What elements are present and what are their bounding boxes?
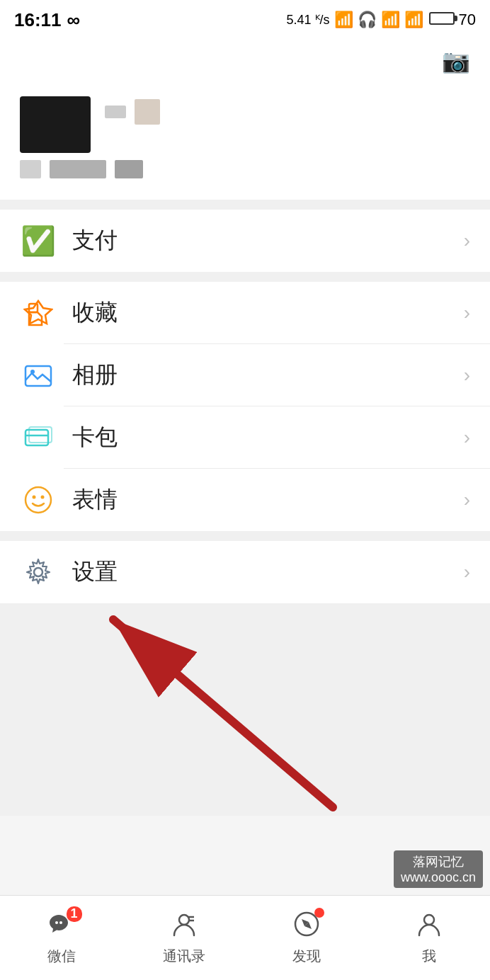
divider-1 (0, 200, 490, 210)
profile-avatar[interactable] (20, 96, 91, 153)
card-chevron: › (464, 426, 470, 449)
svg-point-6 (25, 487, 51, 513)
profile-name-blur (105, 106, 126, 118)
headphone-icon: 🎧 (358, 11, 377, 29)
collect-chevron: › (464, 302, 470, 324)
menu-section-main: 收藏 › 相册 › 卡包 › (0, 282, 490, 531)
settings-chevron: › (464, 561, 470, 583)
camera-icon[interactable]: 📷 (442, 47, 470, 74)
status-time: 16:11 (14, 9, 62, 31)
wifi-icon: 📶 (381, 11, 400, 29)
me-label: 我 (422, 947, 436, 966)
emoji-icon (23, 485, 53, 515)
collect-label: 收藏 (72, 297, 464, 329)
menu-section-settings: 设置 › (0, 541, 490, 603)
menu-item-album[interactable]: 相册 › (0, 344, 490, 406)
discover-label: 发现 (292, 947, 321, 966)
svg-point-2 (30, 370, 35, 374)
emoji-label: 表情 (72, 484, 464, 515)
svg-point-18 (424, 915, 434, 925)
sim-icon: 📶 (334, 11, 353, 29)
speed-indicator: 5.41 ᴷ/s (286, 12, 329, 28)
pay-icon: ✅ (21, 224, 56, 258)
svg-point-12 (55, 921, 58, 924)
header-camera-area: 📷 (0, 40, 490, 82)
album-label: 相册 (72, 360, 464, 391)
card-icon (23, 423, 53, 452)
pay-label: 支付 (72, 225, 464, 256)
nav-item-wechat[interactable]: 1 微信 (0, 896, 122, 980)
wechat-badge: 1 (67, 906, 82, 922)
divider-3 (0, 531, 490, 541)
settings-label: 设置 (72, 557, 464, 588)
settings-icon (23, 557, 54, 588)
menu-item-pay[interactable]: ✅ 支付 › (0, 210, 490, 272)
me-icon (416, 911, 443, 944)
card-label: 卡包 (72, 422, 464, 453)
profile-meta-3 (115, 160, 143, 178)
wechat-icon: 1 (48, 911, 75, 944)
watermark-line2: www.oooc.cn (401, 870, 476, 885)
profile-meta-1 (20, 160, 41, 178)
svg-point-13 (59, 921, 62, 924)
pay-chevron: › (464, 229, 470, 252)
svg-point-14 (179, 915, 189, 925)
status-infinity: ∞ (67, 9, 81, 31)
divider-2 (0, 272, 490, 282)
contacts-icon (171, 911, 198, 944)
profile-section (0, 82, 490, 200)
collect-icon (23, 298, 53, 328)
gray-background (0, 603, 490, 816)
menu-item-collect[interactable]: 收藏 › (0, 282, 490, 344)
emoji-chevron: › (464, 489, 470, 511)
wechat-label: 微信 (47, 947, 76, 966)
status-right-icons: 5.41 ᴷ/s 📶 🎧 📶 📶 70 (286, 11, 476, 29)
watermark-line1: 落网记忆 (401, 853, 476, 870)
profile-name-detail (135, 99, 160, 125)
nav-item-me[interactable]: 我 (368, 896, 490, 980)
menu-item-settings[interactable]: 设置 › (0, 541, 490, 603)
nav-item-discover[interactable]: 发现 (245, 896, 368, 980)
svg-point-8 (41, 496, 45, 499)
contacts-label: 通讯录 (163, 947, 205, 966)
svg-point-7 (33, 496, 36, 499)
battery-icon (428, 12, 455, 28)
menu-item-card[interactable]: 卡包 › (0, 406, 490, 469)
discover-icon (293, 911, 320, 944)
signal-icon: 📶 (404, 11, 423, 29)
profile-meta-2 (50, 160, 106, 178)
album-icon (23, 360, 53, 390)
nav-item-contacts[interactable]: 通讯录 (122, 896, 245, 980)
svg-point-9 (34, 568, 42, 576)
status-bar: 16:11 ∞ 5.41 ᴷ/s 📶 🎧 📶 📶 70 (0, 0, 490, 40)
menu-section-pay: ✅ 支付 › (0, 210, 490, 272)
menu-item-emoji[interactable]: 表情 › (0, 469, 490, 531)
bottom-nav: 1 微信 通讯录 发现 (0, 895, 490, 980)
discover-badge-dot (314, 908, 324, 918)
battery-level: 70 (459, 11, 476, 29)
watermark: 落网记忆 www.oooc.cn (394, 850, 483, 888)
album-chevron: › (464, 364, 470, 387)
